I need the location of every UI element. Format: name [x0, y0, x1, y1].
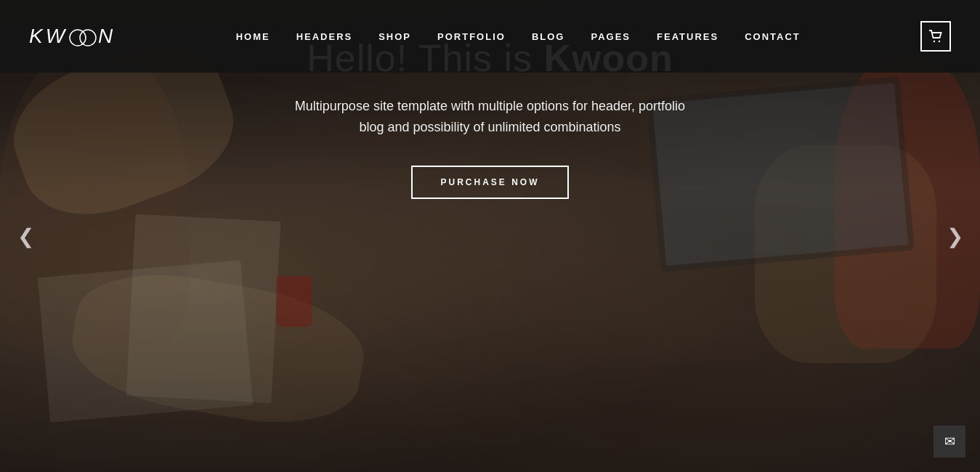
nav-item-home[interactable]: HOME — [236, 31, 270, 42]
svg-point-3 — [939, 41, 940, 42]
site-logo[interactable]: KW N — [29, 25, 116, 48]
nav-item-headers[interactable]: HEADERS — [296, 31, 353, 42]
nav-item-contact[interactable]: CONTACT — [745, 31, 801, 42]
prev-slide-button[interactable]: ❮ — [7, 218, 44, 254]
hero-subtitle: Multipurpose site template with multiple… — [236, 96, 745, 138]
nav-item-blog[interactable]: BLOG — [532, 31, 565, 42]
nav-item-pages[interactable]: PAGES — [591, 31, 631, 42]
email-button[interactable]: ✉ — [934, 426, 965, 457]
decorative-paper-2 — [126, 214, 281, 403]
purchase-now-button[interactable]: PURCHASE NOW — [411, 166, 568, 199]
svg-point-0 — [70, 30, 86, 46]
nav-item-shop[interactable]: SHOP — [378, 31, 411, 42]
cart-button[interactable] — [920, 21, 951, 52]
next-slide-button[interactable]: ❯ — [936, 218, 973, 254]
decorative-cup — [276, 276, 312, 327]
decorative-blob-3 — [63, 259, 372, 439]
main-nav: HOME HEADERS SHOP PORTFOLIO BLOG PAGES F… — [236, 31, 801, 42]
nav-item-features[interactable]: FEATURES — [657, 31, 718, 42]
svg-point-1 — [80, 30, 96, 46]
nav-item-portfolio[interactable]: PORTFOLIO — [437, 31, 506, 42]
svg-point-2 — [934, 41, 935, 42]
decorative-paper-1 — [38, 260, 253, 423]
logo-symbol-icon — [68, 28, 98, 48]
cart-icon — [928, 30, 943, 43]
site-header: KW N HOME HEADERS SHOP PORTFOLIO BLOG PA… — [0, 0, 980, 73]
